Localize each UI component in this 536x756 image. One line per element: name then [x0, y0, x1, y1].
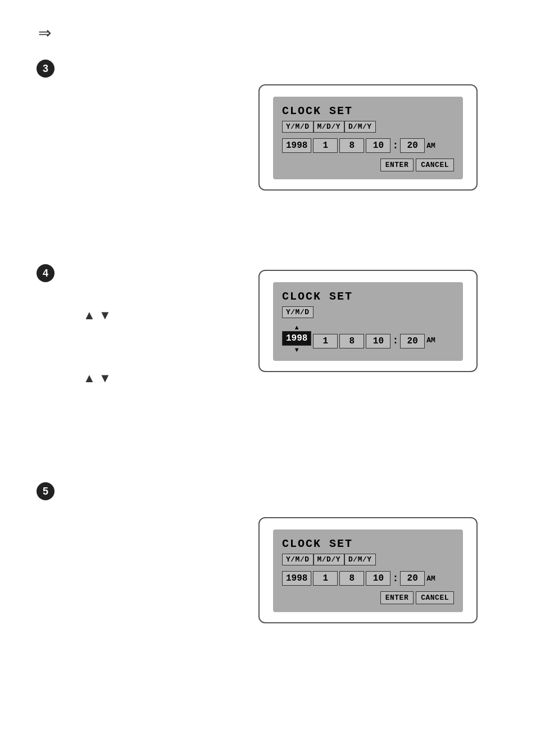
panel1-ampm: AM: [426, 142, 435, 150]
panel2-ampm: AM: [426, 336, 435, 345]
clock-set-panel-3: CLOCK SET Y/M/D M/D/Y D/M/Y 1998 1 8 10 …: [258, 517, 478, 623]
down-arrow-year: ▼: [294, 346, 300, 353]
panel1-year: 1998: [282, 138, 311, 153]
panel1-minute: 20: [400, 138, 425, 153]
clock-set-panel-1: CLOCK SET Y/M/D M/D/Y D/M/Y 1998 1 8 10 …: [258, 84, 478, 191]
panel2-time-with-arrows: ▲ 1998 ▼ 1 8 10 : 20 AM: [282, 324, 454, 353]
panel1-enter-button[interactable]: ENTER: [380, 159, 414, 171]
panel3-hour: 10: [366, 571, 390, 586]
fmt-ymd-btn-1[interactable]: Y/M/D: [282, 121, 314, 133]
panel2-colon: :: [392, 335, 398, 346]
panel3-enter-button[interactable]: ENTER: [380, 591, 414, 604]
panel1-format-row: Y/M/D M/D/Y D/M/Y: [282, 121, 454, 133]
panel3-time-row: 1998 1 8 10 : 20 AM: [282, 571, 454, 586]
panel1-cancel-button[interactable]: CANCEL: [416, 159, 454, 171]
panel3-format-row: Y/M/D M/D/Y D/M/Y: [282, 554, 454, 565]
year-column: ▲ 1998 ▼: [282, 324, 311, 353]
panel3-button-row: ENTER CANCEL: [282, 591, 454, 604]
panel2-inner: CLOCK SET Y/M/D ▲ 1998 ▼ 1 8 10 : 20 AM: [273, 282, 463, 361]
step3-circle: 3: [37, 60, 54, 78]
updown-arrows-1: ▲ ▼: [83, 308, 111, 323]
panel3-colon: :: [392, 573, 398, 584]
panel2-month: 1: [313, 334, 338, 348]
fmt-ymd-btn-2[interactable]: Y/M/D: [282, 306, 314, 318]
panel1-title: CLOCK SET: [282, 105, 454, 117]
panel3-ampm: AM: [426, 574, 435, 583]
right-arrow-icon: ⇒: [38, 24, 51, 42]
fmt-mdy-btn-1[interactable]: M/D/Y: [314, 121, 345, 133]
panel2-title: CLOCK SET: [282, 290, 454, 303]
panel1-button-row: ENTER CANCEL: [282, 159, 454, 171]
panel1-inner: CLOCK SET Y/M/D M/D/Y D/M/Y 1998 1 8 10 …: [273, 97, 463, 179]
updown-arrows-2: ▲ ▼: [83, 371, 111, 386]
panel3-inner: CLOCK SET Y/M/D M/D/Y D/M/Y 1998 1 8 10 …: [273, 529, 463, 612]
fmt-ymd-btn-3[interactable]: Y/M/D: [282, 554, 314, 565]
panel3-minute: 20: [400, 571, 425, 586]
fmt-dmy-btn-3[interactable]: D/M/Y: [344, 554, 376, 565]
step4-circle: 4: [37, 264, 54, 282]
panel3-year: 1998: [282, 571, 311, 586]
panel1-time-row: 1998 1 8 10 : 20 AM: [282, 138, 454, 153]
panel3-day: 8: [339, 571, 364, 586]
panel3-month: 1: [313, 571, 338, 586]
panel3-cancel-button[interactable]: CANCEL: [416, 591, 454, 604]
clock-set-panel-2: CLOCK SET Y/M/D ▲ 1998 ▼ 1 8 10 : 20 AM: [258, 270, 478, 372]
panel1-day: 8: [339, 138, 364, 153]
panel1-hour: 10: [366, 138, 390, 153]
panel1-colon: :: [392, 140, 398, 151]
up-arrow-year: ▲: [294, 324, 300, 331]
panel1-month: 1: [313, 138, 338, 153]
panel3-title: CLOCK SET: [282, 537, 454, 550]
panel2-format-row: Y/M/D: [282, 306, 454, 318]
fmt-mdy-btn-3[interactable]: M/D/Y: [314, 554, 345, 565]
panel2-minute: 20: [400, 334, 425, 348]
panel2-hour: 10: [366, 334, 390, 348]
fmt-dmy-btn-1[interactable]: D/M/Y: [344, 121, 376, 133]
panel2-day: 8: [339, 334, 364, 348]
step5-circle: 5: [37, 482, 54, 500]
panel2-year: 1998: [282, 331, 311, 346]
